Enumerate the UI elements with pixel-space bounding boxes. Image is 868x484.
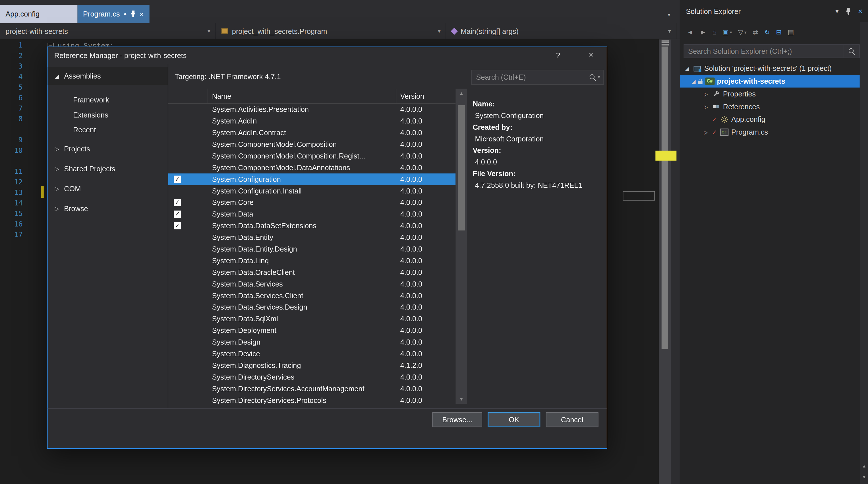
assembly-row[interactable]: System.Data.Services.Design4.0.0.0	[168, 301, 456, 313]
assembly-row[interactable]: System.DirectoryServices.AccountManageme…	[168, 383, 456, 394]
assembly-row[interactable]: System.Data.Entity.Design4.0.0.0	[168, 243, 456, 255]
nav-group-shared-projects[interactable]: ▷Shared Projects	[55, 163, 116, 176]
expanded-arrow-icon[interactable]: ◢	[683, 66, 691, 71]
window-position-chevron-icon[interactable]: ▾	[836, 7, 839, 15]
assembly-row[interactable]: System.Data.Entity4.0.0.0	[168, 232, 456, 243]
expanded-arrow-icon[interactable]: ◢	[689, 79, 698, 84]
assembly-row[interactable]: System.Data.SqlXml4.0.0.0	[168, 313, 456, 325]
pin-icon[interactable]	[130, 10, 135, 18]
assembly-row[interactable]: System.Deployment4.0.0.0	[168, 325, 456, 336]
assembly-row[interactable]: System.Design4.0.0.0	[168, 336, 456, 348]
tree-item-references[interactable]: ▷References	[680, 100, 860, 113]
version-column-header[interactable]: Version	[396, 89, 456, 103]
assembly-row[interactable]: System.Data.Services.Client4.0.0.0	[168, 290, 456, 301]
tab-close-icon[interactable]: ×	[139, 10, 144, 19]
dialog-titlebar[interactable]: Reference Manager - project-with-secrets	[48, 47, 607, 64]
type-dropdown-label: project_with_secrets.Program	[232, 27, 327, 35]
assembly-name: System.Configuration	[208, 175, 396, 183]
assembly-version: 4.0.0.0	[396, 338, 456, 346]
home-icon[interactable]: ⌂	[712, 28, 716, 36]
assembly-row[interactable]: System.Device4.0.0.0	[168, 348, 456, 360]
sync-with-active-document-icon[interactable]: ⇄	[752, 28, 758, 36]
checked-checkbox-icon[interactable]: ✓	[174, 210, 181, 218]
checked-checkbox-icon[interactable]: ✓	[174, 176, 181, 183]
pending-changes-filter-icon[interactable]: ▽▾	[738, 28, 747, 36]
name-column-header[interactable]: Name	[208, 89, 396, 103]
assembly-row[interactable]: System.Data.Linq4.0.0.0	[168, 255, 456, 266]
tree-item-app-config[interactable]: ✓App.config	[680, 113, 860, 126]
tree-item-solution[interactable]: ◢Solution 'project-with-secrets' (1 proj…	[680, 62, 860, 75]
scrollbar-thumb[interactable]	[661, 47, 668, 349]
assembly-row[interactable]: ✓System.Configuration4.0.0.0	[168, 173, 456, 185]
nav-item-extensions[interactable]: Extensions	[73, 109, 108, 122]
assembly-row[interactable]: System.ComponentModel.DataAnnotations4.0…	[168, 162, 456, 174]
editor-splitter-handle[interactable]	[661, 40, 669, 46]
assembly-name: System.Data.Entity.Design	[208, 245, 396, 253]
scroll-up-icon[interactable]: ▲	[860, 464, 868, 469]
search-button[interactable]: ▾	[586, 74, 603, 81]
assembly-row[interactable]: ✓System.Data4.0.0.0	[168, 208, 456, 220]
assembly-row[interactable]: System.Activities.Presentation4.0.0.0	[168, 104, 456, 115]
member-dropdown-label: Main(string[] args)	[461, 27, 519, 35]
assembly-list-scrollbar[interactable]: ▲ ▼	[456, 89, 467, 404]
tree-item-program-cs[interactable]: ▷✓C#Program.cs	[680, 126, 860, 139]
assembly-row[interactable]: ✓System.Data.DataSetExtensions4.0.0.0	[168, 220, 456, 232]
collapsed-arrow-icon[interactable]: ▷	[702, 91, 710, 96]
nav-group-com[interactable]: ▷COM	[55, 182, 81, 196]
type-dropdown[interactable]: project_with_secrets.Program ▾	[216, 23, 446, 39]
assembly-row[interactable]: System.DirectoryServices.Protocols4.0.0.…	[168, 394, 456, 404]
tab-program-cs[interactable]: Program.cs ● ×	[78, 5, 150, 23]
collapsed-arrow-icon[interactable]: ▷	[702, 104, 710, 109]
project-dropdown[interactable]: project-with-secrets ▾	[0, 23, 216, 39]
assembly-row[interactable]: ✓System.Core4.0.0.0	[168, 197, 456, 208]
switch-views-icon[interactable]: ▣▾	[722, 28, 732, 36]
assembly-row[interactable]: System.Data.Services4.0.0.0	[168, 278, 456, 290]
nav-item-recent[interactable]: Recent	[73, 123, 96, 137]
nav-item-framework[interactable]: Framework	[73, 94, 109, 107]
assembly-row[interactable]: System.DirectoryServices4.0.0.0	[168, 371, 456, 383]
tab-app-config[interactable]: App.config	[0, 5, 78, 23]
checkbox-column-header[interactable]	[168, 89, 208, 103]
ok-button[interactable]: OK	[488, 412, 540, 427]
forward-icon[interactable]: ►	[700, 28, 706, 36]
scroll-down-icon[interactable]: ▼	[860, 475, 868, 480]
checked-checkbox-icon[interactable]: ✓	[174, 199, 181, 206]
pin-icon[interactable]	[846, 7, 851, 15]
scroll-up-icon[interactable]: ▲	[456, 91, 467, 96]
search-button[interactable]	[843, 45, 859, 58]
assembly-row[interactable]: System.AddIn.Contract4.0.0.0	[168, 127, 456, 139]
browse-button[interactable]: Browse...	[432, 412, 482, 427]
dialog-close-icon[interactable]: ×	[589, 50, 593, 59]
refresh-icon[interactable]: ↻	[764, 28, 770, 36]
close-icon[interactable]: ×	[858, 6, 863, 16]
nav-group-projects[interactable]: ▷Projects	[55, 142, 90, 155]
member-dropdown[interactable]: Main(string[] args) ▾	[446, 23, 676, 39]
nav-group-browse[interactable]: ▷Browse	[55, 202, 88, 216]
collapsed-arrow-icon[interactable]: ▷	[702, 130, 710, 135]
collapse-all-icon[interactable]: ⊟	[776, 28, 781, 36]
scrollbar-thumb[interactable]	[458, 105, 465, 230]
back-icon[interactable]: ◄	[687, 28, 693, 36]
cancel-button[interactable]: Cancel	[546, 412, 598, 427]
help-icon[interactable]: ?	[556, 51, 560, 60]
tree-item-project[interactable]: ◢C#project-with-secrets	[680, 75, 860, 88]
solution-explorer-scrollbar[interactable]: ▲ ▼	[860, 22, 868, 484]
assembly-row[interactable]: System.Data.OracleClient4.0.0.0	[168, 266, 456, 278]
assembly-row[interactable]: System.Diagnostics.Tracing4.1.2.0	[168, 360, 456, 371]
assembly-row[interactable]: System.Configuration.Install4.0.0.0	[168, 185, 456, 197]
nav-item-assemblies[interactable]: ◢ Assemblies	[48, 67, 168, 85]
checked-checkbox-icon[interactable]: ✓	[174, 222, 181, 229]
line-number: 12	[0, 177, 28, 187]
tree-item-properties[interactable]: ▷Properties	[680, 88, 860, 101]
scroll-down-icon[interactable]: ▼	[456, 397, 467, 402]
properties-icon[interactable]: ▤	[787, 28, 794, 36]
assembly-search-input[interactable]: Search (Ctrl+E) ▾	[471, 70, 604, 85]
tab-list-chevron-icon[interactable]: ▾	[668, 12, 671, 18]
assembly-row[interactable]: System.AddIn4.0.0.0	[168, 115, 456, 127]
assembly-row[interactable]: System.ComponentModel.Composition.Regist…	[168, 150, 456, 162]
assembly-row[interactable]: System.ComponentModel.Composition4.0.0.0	[168, 139, 456, 150]
solution-explorer-header[interactable]: Solution Explorer ▾ ×	[680, 0, 868, 22]
solution-explorer-search-input[interactable]: Search Solution Explorer (Ctrl+;)	[684, 45, 860, 58]
detail-version-value: 4.0.0.0	[473, 156, 582, 168]
editor-vertical-scrollbar[interactable]	[659, 39, 671, 484]
